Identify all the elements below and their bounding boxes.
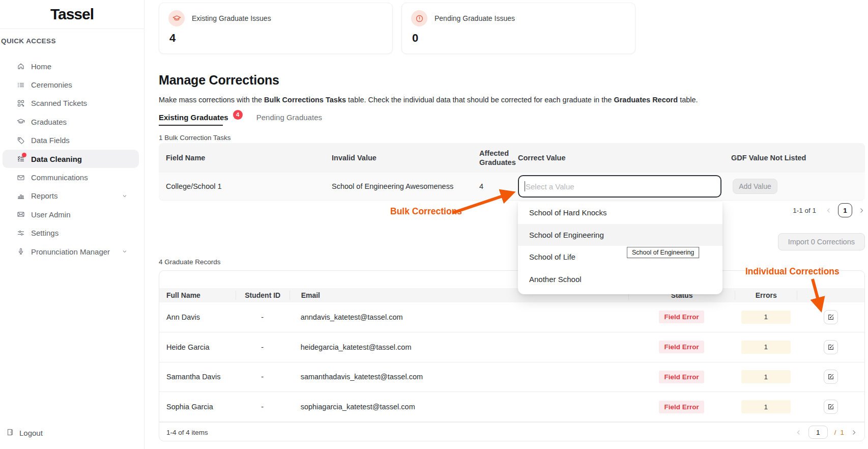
sidebar-item-label: Communications <box>31 173 88 182</box>
correct-value-cell: Select a Value <box>518 175 731 198</box>
summary-cards-row: Existing Graduate Issues 4 Pending Gradu… <box>159 3 865 54</box>
column-header-errors: Errors <box>735 291 797 300</box>
status-badge: Field Error <box>659 371 704 383</box>
correct-value-select[interactable]: Select a Value <box>518 175 721 198</box>
page-number-button[interactable]: 1 <box>838 203 852 217</box>
envelope-icon <box>17 174 25 182</box>
tabs: Existing Graduates 4 Pending Graduates <box>159 110 865 124</box>
bulk-table-header: Field Name Invalid Value Affected Gradua… <box>159 143 865 173</box>
sidebar-item-pronunciation-manager[interactable]: Pronunciation Manager <box>3 242 139 261</box>
full-name-cell: Heide Garcia <box>159 343 236 351</box>
alert-circle-icon <box>411 10 427 26</box>
student-id-cell: - <box>236 343 290 351</box>
status-badge: Field Error <box>659 311 704 323</box>
column-header-student-id: Student ID <box>236 291 290 300</box>
pending-graduate-issues-card: Pending Graduate Issues 0 <box>401 3 635 54</box>
individual-corrections-arrow <box>805 277 830 316</box>
sidebar-item-label: User Admin <box>31 210 71 219</box>
description-segment-bold: Bulk Corrections Tasks <box>264 96 346 104</box>
sidebar-item-label: Data Cleaning <box>31 155 82 163</box>
tab-pending-graduates[interactable]: Pending Graduates <box>256 110 322 124</box>
description-segment-bold: Graduates Record <box>614 96 678 104</box>
chevron-left-icon[interactable] <box>795 429 802 436</box>
errors-count-badge: 1 <box>741 311 791 324</box>
dropdown-option[interactable]: School of Hard Knocks <box>518 202 722 224</box>
chevron-left-icon[interactable] <box>825 207 832 214</box>
description-segment: table. <box>678 96 698 104</box>
column-header-gdf-value-not-listed: GDF Value Not Listed <box>731 154 865 162</box>
sidebar-item-settings[interactable]: Settings <box>3 224 139 242</box>
main-content: Existing Graduate Issues 4 Pending Gradu… <box>144 0 868 449</box>
records-table-header: Full Name Student ID Email Status Errors <box>159 288 864 302</box>
sidebar-item-communications[interactable]: Communications <box>3 168 139 186</box>
sidebar-item-ceremonies[interactable]: Ceremonies <box>3 75 139 94</box>
gdf-cell: Add Value <box>731 179 865 194</box>
column-header-affected-graduates: Affected Graduates <box>473 149 518 167</box>
graduate-records-count: 4 Graduate Records <box>159 258 865 266</box>
active-tab-underline <box>159 125 223 126</box>
sidebar: Tassel QUICK ACCESS Home Ceremonies Scan… <box>0 0 144 449</box>
email-cell: samanthadavis_katetest@tassel.com <box>290 373 628 381</box>
envelope-icon <box>17 210 25 218</box>
edit-record-button[interactable] <box>824 340 838 354</box>
tab-existing-graduates[interactable]: Existing Graduates 4 <box>159 110 243 124</box>
sidebar-item-label: Scanned Tickets <box>31 99 87 107</box>
tab-label: Pending Graduates <box>256 113 322 122</box>
add-value-button[interactable]: Add Value <box>733 179 777 194</box>
chevron-right-icon[interactable] <box>851 429 857 436</box>
logo-wrap: Tassel <box>0 0 144 29</box>
sidebar-item-scanned-tickets[interactable]: Scanned Tickets <box>3 94 139 113</box>
tag-icon <box>17 136 25 145</box>
records-range: 1-4 of 4 items <box>166 429 208 436</box>
email-cell: anndavis_katetest@tassel.com <box>290 313 628 321</box>
card-title: Existing Graduate Issues <box>192 14 271 22</box>
field-name-cell: College/School 1 <box>159 182 326 190</box>
bar-chart-icon <box>17 192 25 200</box>
edit-record-button[interactable] <box>824 370 838 384</box>
microphone-icon <box>17 247 25 256</box>
bulk-corrections-arrow <box>449 184 523 217</box>
individual-corrections-annotation: Individual Corrections <box>745 266 840 277</box>
page-number-input[interactable]: 1 <box>808 426 828 439</box>
edit-record-button[interactable] <box>824 400 838 414</box>
card-value: 4 <box>169 32 383 45</box>
status-badge: Field Error <box>659 401 704 413</box>
dropdown-option-highlighted[interactable]: School of Engineering <box>518 224 722 246</box>
checklist-icon <box>17 155 25 163</box>
column-header-invalid-value: Invalid Value <box>326 154 473 162</box>
home-icon <box>17 62 25 70</box>
door-icon <box>6 428 14 438</box>
column-header-correct-value: Correct Value <box>518 154 731 162</box>
table-row: Sophia Garcia - sophiagarcia_katetest@ta… <box>159 392 864 422</box>
student-id-cell: - <box>236 373 290 381</box>
chevron-down-icon <box>122 193 128 199</box>
page-title: Manage Corrections <box>159 73 865 88</box>
column-header-field-name: Field Name <box>159 154 326 162</box>
chevron-right-icon[interactable] <box>858 207 865 214</box>
sidebar-item-label: Settings <box>31 229 59 237</box>
sidebar-item-graduates[interactable]: Graduates <box>3 113 139 131</box>
sidebar-item-home[interactable]: Home <box>3 57 139 75</box>
sidebar-item-data-cleaning[interactable]: Data Cleaning <box>3 150 139 168</box>
card-title: Pending Graduate Issues <box>435 14 515 22</box>
logout-button[interactable]: Logout <box>6 428 43 438</box>
page-separator: / <box>834 429 836 436</box>
sidebar-item-label: Ceremonies <box>31 80 72 89</box>
list-icon <box>17 81 25 89</box>
description-segment: Make mass corrections with the <box>159 96 264 104</box>
tassel-logo: Tassel <box>50 6 94 23</box>
student-id-cell: - <box>236 403 290 411</box>
sidebar-item-reports[interactable]: Reports <box>3 187 139 205</box>
sidebar-item-user-admin[interactable]: User Admin <box>3 205 139 223</box>
student-id-cell: - <box>236 313 290 321</box>
sidebar-item-label: Graduates <box>31 118 67 126</box>
option-tooltip: School of Engineering <box>627 247 699 258</box>
total-pages: 1 <box>840 429 844 436</box>
full-name-cell: Sophia Garcia <box>159 403 236 411</box>
dropdown-option[interactable]: Another School <box>518 268 722 291</box>
sidebar-item-data-fields[interactable]: Data Fields <box>3 131 139 150</box>
sidebar-item-label: Data Fields <box>31 136 70 145</box>
tab-label: Existing Graduates <box>159 113 228 122</box>
import-corrections-button[interactable]: Import 0 Corrections <box>778 233 865 250</box>
graduation-cap-icon <box>168 10 185 26</box>
